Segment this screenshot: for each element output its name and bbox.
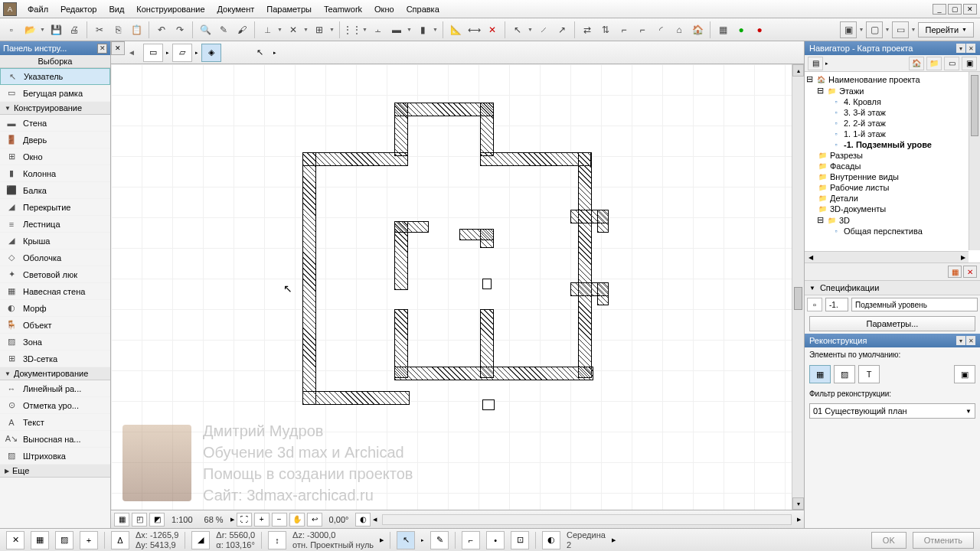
recon-new-icon[interactable]: T (858, 365, 880, 383)
polar-icon[interactable]: ◢ (191, 531, 210, 549)
panel-min-icon[interactable]: ▾ (956, 44, 965, 53)
flip-v-icon[interactable]: ⇅ (597, 21, 614, 38)
screen-icon[interactable]: ▢ (866, 21, 883, 38)
nav-category[interactable]: 📁Разрезы (806, 150, 978, 161)
navigator-tree[interactable]: ⊟🏠Наименование проекта ⊟📁Этажи ▫4. Кровл… (805, 72, 980, 263)
spec-header[interactable]: ▼Спецификации (805, 281, 980, 295)
coord-mode-icon[interactable]: Δ (111, 531, 129, 549)
align-icon[interactable]: ⫠ (370, 21, 387, 38)
check-icon[interactable]: ▦ (714, 21, 731, 38)
drawing-canvas[interactable]: ↖ Дмитрий Мудров Обучение 3d max и Archi… (111, 64, 804, 510)
tool-Линейный ра...[interactable]: ↔Линейный ра... (0, 380, 110, 397)
zoom-out-icon[interactable]: − (272, 513, 287, 527)
new-icon[interactable]: ▫ (3, 21, 20, 38)
ok-button[interactable]: OK (871, 532, 906, 549)
corn2-icon[interactable]: • (486, 531, 505, 549)
floor-item[interactable]: ▫4. Кровля (806, 96, 978, 107)
info-tool1-icon[interactable]: ▦ (31, 531, 49, 549)
toolbox-close-icon[interactable]: ✕ (97, 44, 107, 54)
arrow-tool-icon[interactable]: ↖ (509, 21, 526, 38)
intersect-icon[interactable]: ✕ (285, 21, 302, 38)
print-icon[interactable]: 🖨 (66, 21, 83, 38)
corn3-icon[interactable]: ⊡ (511, 531, 529, 549)
close-action-icon[interactable]: ✕ (963, 266, 977, 278)
nav-home-icon[interactable]: 🏠 (909, 57, 924, 70)
toolbox-section-select[interactable]: Выборка (0, 55, 110, 68)
nav-category[interactable]: 📁Рабочие листы (806, 182, 978, 193)
snap1-icon[interactable]: ↖ (397, 531, 415, 549)
grid-snap-icon[interactable]: ⊞ (311, 21, 328, 38)
zoom-prev-icon[interactable]: ↩ (307, 513, 322, 527)
nav-icon[interactable]: ⟋ (535, 21, 552, 38)
canvas-vscroll[interactable]: ▴ ▾ (792, 64, 804, 510)
geom-box-icon[interactable]: ▱ (172, 44, 192, 62)
minimize-button[interactable]: _ (933, 4, 946, 15)
green-dot-icon[interactable]: ● (733, 21, 750, 38)
nav-map-icon[interactable]: ▤ (808, 57, 823, 70)
menu-Конструирование[interactable]: Конструирование (130, 2, 211, 16)
wall-icon[interactable]: ⌐ (634, 21, 651, 38)
nav-category[interactable]: 📁Фасады (806, 161, 978, 171)
corn1-icon[interactable]: ⌐ (462, 531, 480, 549)
tool-3D-сетка[interactable]: ⊞3D-сетка (0, 350, 110, 367)
tool-Объект[interactable]: 🪑Объект (0, 317, 110, 334)
cut-icon[interactable]: ✂ (91, 21, 108, 38)
tool-Перекрытие[interactable]: ◢Перекрытие (0, 199, 110, 216)
goto-button[interactable]: Перейти ▼ (918, 22, 974, 37)
roof-icon[interactable]: ⌂ (671, 21, 688, 38)
cursor-select-icon[interactable]: ↖ (250, 44, 270, 62)
tool-Штриховка[interactable]: ▨Штриховка (0, 448, 110, 465)
brush-icon[interactable]: 🖌 (234, 21, 250, 38)
tool-Окно[interactable]: ⊞Окно (0, 148, 110, 165)
scale-value[interactable]: 1:100 (167, 515, 198, 524)
recon-settings-icon[interactable]: ▣ (954, 365, 975, 383)
dim-icon[interactable]: ⟷ (466, 21, 482, 38)
tool-Лестница[interactable]: ≡Лестница (0, 216, 110, 233)
copy-icon[interactable]: ⎘ (109, 21, 126, 38)
delete-icon[interactable]: ✕ (484, 21, 501, 38)
geom-rotbox-icon[interactable]: ◈ (201, 44, 221, 62)
close-button[interactable]: ✕ (963, 4, 977, 15)
tool-Указатель[interactable]: ↖Указатель (0, 68, 110, 85)
lock-icon[interactable]: ▮ (414, 21, 431, 38)
tool-Световой люк[interactable]: ✦Световой люк (0, 266, 110, 283)
paste-icon[interactable]: 📋 (128, 21, 145, 38)
hscrollbar[interactable] (382, 514, 792, 525)
floor-item[interactable]: ▫1. 1-й этаж (806, 129, 978, 139)
nav-category[interactable]: 📁Внутренние виды (806, 171, 978, 182)
undo-icon[interactable]: ↶ (153, 21, 170, 38)
toolbox-section-more[interactable]: ▶Еще (0, 465, 110, 478)
view-opt3-icon[interactable]: ◩ (149, 513, 165, 527)
tool-Крыша[interactable]: ◢Крыша (0, 233, 110, 249)
pan-icon[interactable]: ✋ (289, 513, 305, 527)
recon-existing-icon[interactable]: ▦ (809, 365, 831, 383)
menu-Параметры[interactable]: Параметры (260, 2, 318, 16)
recon-filter-select[interactable]: 01 Существующий план▼ (809, 403, 975, 419)
menu-Teamwork[interactable]: Teamwork (318, 2, 368, 16)
geom-rect-icon[interactable]: ▭ (143, 44, 163, 62)
tool-Зона[interactable]: ▨Зона (0, 334, 110, 350)
nav-category[interactable]: 📁Детали (806, 193, 978, 204)
layer-icon[interactable]: ▬ (388, 21, 405, 38)
tool-Бегущая рамка[interactable]: ▭Бегущая рамка (0, 85, 110, 102)
window-icon[interactable]: ▭ (892, 21, 909, 38)
corner-icon[interactable]: ⌐ (616, 21, 632, 38)
open-icon[interactable]: 📂 (21, 21, 38, 38)
save-icon[interactable]: 💾 (47, 21, 64, 38)
menu-Документ[interactable]: Документ (211, 2, 261, 16)
level-name-input[interactable] (851, 298, 978, 311)
floor-item[interactable]: ▫-1. Подземный урове (806, 139, 978, 150)
floor-item[interactable]: ▫2. 2-й этаж (806, 118, 978, 129)
nav-category[interactable]: 📁3D-документы (806, 204, 978, 214)
tool-Оболочка[interactable]: ◇Оболочка (0, 249, 110, 266)
panel-close-icon[interactable]: ✕ (966, 44, 975, 53)
view-icon[interactable]: ▣ (840, 21, 857, 38)
tool-Дверь[interactable]: 🚪Дверь (0, 132, 110, 148)
snap2-icon[interactable]: ✎ (430, 531, 449, 549)
tool-Навесная стена[interactable]: ▦Навесная стена (0, 283, 110, 300)
tool-Отметка уро...[interactable]: ⊙Отметка уро... (0, 397, 110, 414)
zoom-in-icon[interactable]: + (254, 513, 270, 527)
params-button[interactable]: Параметры... (809, 316, 975, 331)
red-dot-icon[interactable]: ● (751, 21, 768, 38)
arc-icon[interactable]: ◜ (652, 21, 669, 38)
